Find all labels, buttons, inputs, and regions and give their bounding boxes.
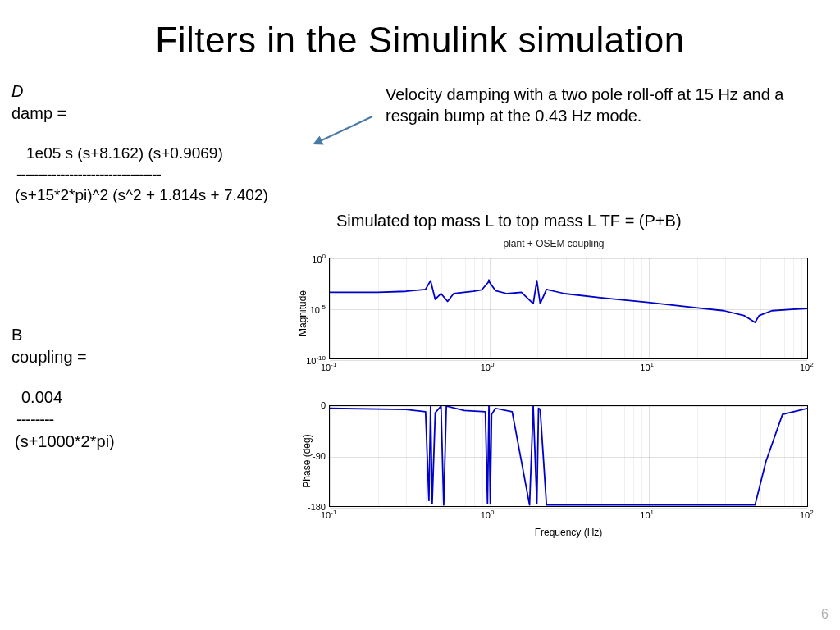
coupling-numerator: 0.004	[11, 386, 115, 409]
damp-formula: 1e05 s (s+8.162) (s+0.9069) ------------…	[11, 143, 356, 206]
mag-trace	[330, 258, 807, 358]
phase-plot: Phase (deg) Frequency (Hz) -180-90010-11…	[283, 399, 824, 523]
chart-title: plant + OSEM coupling	[275, 238, 833, 249]
coupling-frac-bar: --------	[11, 409, 115, 431]
coupling-denominator: (s+1000*2*pi)	[11, 431, 115, 453]
phase-trace	[330, 406, 807, 506]
magnitude-plot: Magnitude 10-1010-510010-1100101102	[283, 251, 824, 376]
bode-chart: plant + OSEM coupling Magnitude 10-1010-…	[275, 238, 833, 527]
damp-denominator: (s+15*2*pi)^2 (s^2 + 1.814s + 7.402)	[11, 185, 356, 206]
damp-filter-block: D damp = 1e05 s (s+8.162) (s+0.9069) ---…	[11, 80, 356, 206]
damp-numerator: 1e05 s (s+8.162) (s+0.9069)	[11, 143, 356, 164]
annotation-text: Velocity damping with a two pole roll-of…	[386, 84, 812, 126]
phase-ylabel: Phase (deg)	[301, 434, 313, 487]
coupling-label: coupling =	[11, 346, 115, 368]
damp-label: damp =	[11, 103, 356, 125]
D-label: D	[11, 80, 356, 103]
damp-frac-bar: ---------------------------------	[11, 164, 356, 185]
coupling-filter-block: B coupling = 0.004 -------- (s+1000*2*pi…	[11, 324, 115, 453]
tf-label: Simulated top mass L to top mass L TF = …	[336, 212, 682, 231]
phase-xlabel: Frequency (Hz)	[329, 527, 808, 538]
slide-title: Filters in the Simulink simulation	[0, 0, 840, 61]
B-label: B	[11, 324, 115, 346]
phase-axes	[329, 405, 808, 507]
mag-axes	[329, 258, 808, 359]
page-number: 6	[821, 607, 829, 622]
